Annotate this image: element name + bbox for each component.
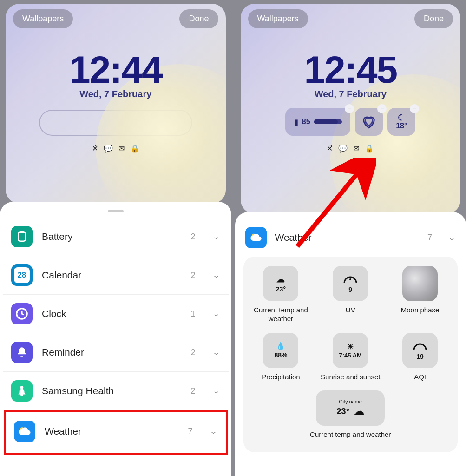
chevron-down-icon: ⌄ <box>212 271 220 279</box>
category-item-calendar[interactable]: 28Calendar2⌄ <box>3 256 229 295</box>
sheet-title: Weather <box>275 232 419 243</box>
category-count: 7 <box>188 427 192 436</box>
moon-icon: ☾ <box>398 113 405 122</box>
weather-option-aqi[interactable]: 19AQI <box>387 333 453 382</box>
battery-widget[interactable]: − ▮ 85 <box>285 108 350 136</box>
wallpapers-button[interactable]: Wallpapers <box>248 9 308 28</box>
weather-icon <box>14 421 35 442</box>
heart-widget[interactable]: − <box>355 108 383 136</box>
svg-rect-0 <box>18 232 25 241</box>
mail-icon: ✉ <box>118 144 125 153</box>
done-button[interactable]: Done <box>414 9 453 28</box>
wallpapers-button[interactable]: Wallpapers <box>13 9 73 28</box>
temperature-widget[interactable]: − ☾ 18° <box>387 108 415 136</box>
clock-widget[interactable]: 12:44 Wed, 7 February <box>13 51 218 99</box>
chat-icon: 💬 <box>104 144 113 153</box>
done-button[interactable]: Done <box>179 9 218 28</box>
option-caption: Current temp and weather <box>248 306 314 324</box>
lockscreen-preview: Wallpapers Done 12:44 Wed, 7 February ✕̊… <box>6 4 226 204</box>
clock-time: 12:45 <box>248 51 453 89</box>
battery-icon <box>11 226 33 247</box>
chevron-down-icon: ⌄ <box>212 349 220 357</box>
clock-icon <box>11 303 33 324</box>
weather-option-precip[interactable]: 💧88%Precipitation <box>248 333 314 382</box>
category-item-battery[interactable]: Battery2⌄ <box>3 218 229 256</box>
option-caption: UV <box>317 306 383 315</box>
chevron-down-icon: ⌄ <box>212 387 220 395</box>
bell-icon <box>11 342 33 363</box>
right-screenshot: Wallpapers Done 12:45 Wed, 7 February − … <box>235 0 466 476</box>
category-count: 2 <box>190 232 195 242</box>
clock-widget[interactable]: 12:45 Wed, 7 February <box>248 51 453 99</box>
chevron-up-icon[interactable]: ⌃ <box>448 234 456 242</box>
lockscreen-preview: Wallpapers Done 12:45 Wed, 7 February − … <box>241 4 461 214</box>
chevron-down-icon: ⌄ <box>210 428 217 436</box>
lock-icon: 🔒 <box>365 144 374 153</box>
clock-time: 12:44 <box>13 51 218 89</box>
weather-option-sunrise[interactable]: ☀7:45 AMSunrise and sunset <box>317 333 383 382</box>
weather-sheet-header[interactable]: Weather 7 ⌃ <box>235 220 466 257</box>
category-label: Clock <box>42 308 181 319</box>
notification-icons: ✕̊ 💬 ✉ 🔒 <box>248 144 453 153</box>
battery-value: 85 <box>302 118 310 126</box>
weather-widgets-sheet: Weather 7 ⌃ ☁23°Current temp and weather… <box>235 212 466 476</box>
svg-point-6 <box>349 278 351 280</box>
weather-icon <box>245 227 267 248</box>
category-label: Reminder <box>42 347 181 358</box>
category-label: Samsung Health <box>42 385 181 397</box>
notification-icons: ✕̊ 💬 ✉ 🔒 <box>13 144 218 153</box>
remove-widget-button[interactable]: − <box>345 104 354 113</box>
category-count: 2 <box>190 271 195 280</box>
health-icon <box>11 380 33 402</box>
chevron-down-icon: ⌄ <box>212 310 220 318</box>
category-item-health[interactable]: Samsung Health2⌄ <box>3 372 229 410</box>
svg-point-3 <box>20 386 24 389</box>
category-item-reminder[interactable]: Reminder2⌄ <box>3 333 229 372</box>
chevron-down-icon: ⌄ <box>212 233 220 241</box>
option-caption: Sunrise and sunset <box>317 373 383 382</box>
temperature-value: 18° <box>396 122 407 130</box>
remove-widget-button[interactable]: − <box>377 104 387 113</box>
category-label: Calendar <box>42 270 181 281</box>
mail-icon: ✉ <box>353 144 359 153</box>
category-list: Battery2⌄28Calendar2⌄Clock1⌄Reminder2⌄Sa… <box>0 218 231 455</box>
chat-icon: 💬 <box>338 144 348 153</box>
battery-icon: ▮ <box>294 118 298 126</box>
battery-bar <box>314 119 342 124</box>
left-screenshot: Wallpapers Done 12:44 Wed, 7 February ✕̊… <box>0 0 231 476</box>
option-caption: Precipitation <box>248 373 314 382</box>
weather-option-moon[interactable]: Moon phase <box>387 266 453 324</box>
sheet-count: 7 <box>427 233 432 243</box>
drag-handle[interactable] <box>108 210 124 212</box>
svg-rect-1 <box>20 231 24 232</box>
weather-option-cur-temp-2[interactable]: City name23°☁Current temp and weather <box>248 390 453 439</box>
widget-categories-sheet: Battery2⌄28Calendar2⌄Clock1⌄Reminder2⌄Sa… <box>0 202 231 476</box>
heart-icon <box>361 114 377 130</box>
calendar-icon: 28 <box>11 264 33 286</box>
option-caption: Moon phase <box>387 306 453 315</box>
clock-date: Wed, 7 February <box>13 89 218 99</box>
category-count: 2 <box>190 348 195 357</box>
category-count: 2 <box>190 386 195 396</box>
category-count: 1 <box>190 309 195 319</box>
option-caption: AQI <box>387 373 453 382</box>
category-label: Weather <box>45 426 178 437</box>
clock-date: Wed, 7 February <box>248 89 453 99</box>
category-item-clock[interactable]: Clock1⌄ <box>3 295 229 333</box>
weather-option-cur-temp[interactable]: ☁23°Current temp and weather <box>248 266 314 324</box>
category-label: Battery <box>42 231 181 242</box>
weather-option-uv[interactable]: 9UV <box>317 266 383 324</box>
missed-call-icon: ✕̊ <box>327 144 333 153</box>
category-item-weather[interactable]: Weather7⌄ <box>4 410 228 455</box>
remove-widget-button[interactable]: − <box>410 104 419 113</box>
lock-icon: 🔒 <box>130 144 139 153</box>
option-caption: Current temp and weather <box>310 430 391 439</box>
placed-widget-row: − ▮ 85 − − ☾ 18° <box>248 108 453 136</box>
weather-options-panel: ☁23°Current temp and weather9UVMoon phas… <box>243 257 458 452</box>
missed-call-icon: ✕̊ <box>92 144 98 153</box>
